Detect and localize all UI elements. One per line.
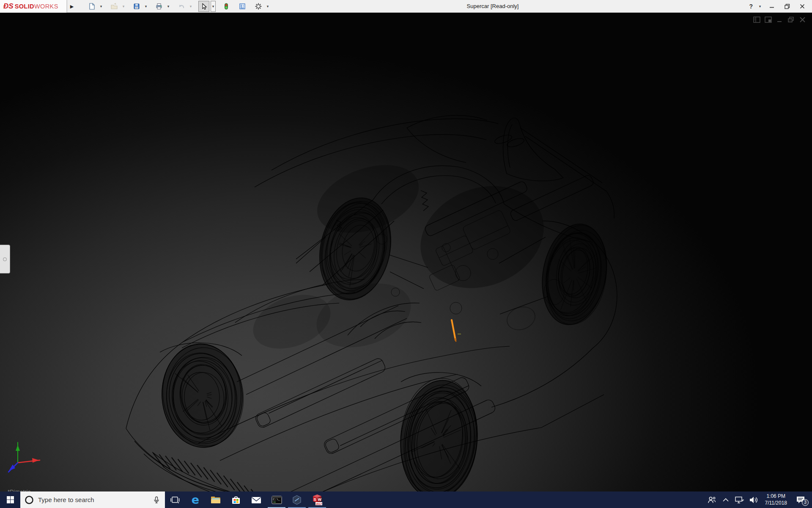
- cortana-icon: [25, 495, 34, 505]
- people-icon: [707, 495, 716, 505]
- doc-close-icon[interactable]: [799, 17, 806, 23]
- date-label: 7/11/2018: [765, 500, 787, 507]
- new-file-dropdown[interactable]: ▾: [99, 1, 104, 12]
- property-list-icon: [239, 3, 246, 10]
- notification-badge: 3: [802, 499, 809, 506]
- options-button[interactable]: [253, 1, 264, 12]
- brand-solid: SOLID: [15, 3, 34, 10]
- select-tool-dropdown[interactable]: ▾: [211, 1, 216, 12]
- microphone-icon[interactable]: [152, 495, 161, 505]
- save-dropdown[interactable]: ▾: [143, 1, 148, 12]
- display-pane-button[interactable]: [237, 1, 248, 12]
- restore-button[interactable]: [782, 1, 793, 12]
- shadow-masses: [246, 152, 559, 359]
- svg-text:C:\_: C:\_: [273, 498, 280, 501]
- print-dropdown[interactable]: ▾: [166, 1, 171, 12]
- front-intake-hatch: [152, 452, 269, 491]
- document-title: Supercar [Read-only]: [467, 0, 519, 13]
- taskbar-app-mail[interactable]: [246, 491, 266, 508]
- gear-icon: [255, 3, 262, 10]
- minimize-button[interactable]: [766, 1, 777, 12]
- task-view-button[interactable]: [165, 491, 185, 508]
- svg-text:S: S: [314, 497, 316, 502]
- doc-restore-icon[interactable]: [787, 17, 795, 23]
- brand-works: WORKS: [34, 3, 58, 10]
- help-button[interactable]: ?: [748, 3, 754, 10]
- people-button[interactable]: [707, 495, 717, 505]
- print-button[interactable]: [154, 1, 165, 12]
- time-label: 1:06 PM: [765, 493, 787, 500]
- titlebar: ÐS SOLIDWORKS ▶ ▾ ▾ ▾ ▾ ▾: [0, 0, 812, 13]
- store-icon: [231, 495, 241, 505]
- task-view-icon: [170, 496, 180, 504]
- windows-taskbar: e C:\_ S W 2017: [0, 491, 812, 508]
- window-controls: ? ▾: [748, 0, 808, 13]
- quick-toolbar: ▾ ▾ ▾ ▾ ▾ ▾: [86, 0, 270, 13]
- search-input[interactable]: [38, 496, 148, 503]
- new-file-icon: [88, 3, 96, 10]
- new-file-button[interactable]: [86, 1, 97, 12]
- minimize-icon: [769, 4, 774, 9]
- edge-icon: e: [192, 495, 199, 505]
- network-icon: [735, 495, 745, 505]
- speaker-icon: [749, 495, 759, 505]
- taskbar-search[interactable]: [20, 491, 165, 508]
- system-tray: 1:06 PM 7/11/2018 3: [707, 491, 812, 508]
- options-dropdown[interactable]: ▾: [265, 1, 270, 12]
- toolbar-flyout-icon[interactable]: ▶: [68, 0, 76, 13]
- print-icon: [155, 3, 163, 10]
- start-button[interactable]: [0, 491, 20, 508]
- pane-left-icon[interactable]: [753, 17, 760, 23]
- taskbar-app-file-explorer[interactable]: [206, 491, 226, 508]
- volume-button[interactable]: [749, 495, 759, 505]
- svg-text:2017: 2017: [316, 502, 322, 505]
- action-center-button[interactable]: 3: [793, 494, 808, 506]
- side-panel-tab[interactable]: [0, 245, 10, 273]
- undo-button[interactable]: [176, 1, 187, 12]
- save-button[interactable]: [131, 1, 142, 12]
- tab-handle-icon: [3, 257, 7, 261]
- show-hidden-icons-button[interactable]: [721, 495, 731, 505]
- help-dropdown[interactable]: ▾: [758, 1, 762, 12]
- restore-icon: [785, 4, 790, 9]
- select-tool-button[interactable]: [198, 1, 209, 12]
- undo-icon: [178, 3, 185, 10]
- supercar-wireframe-model[interactable]: [0, 13, 812, 491]
- save-icon: [133, 3, 140, 10]
- taskbar-app-store[interactable]: [226, 491, 246, 508]
- edrawings-hexagon-icon: [292, 495, 302, 505]
- taskbar-app-solidworks[interactable]: S W 2017: [307, 491, 327, 508]
- pane-right-icon[interactable]: [765, 17, 772, 23]
- svg-text:W: W: [318, 497, 322, 502]
- open-file-icon: [110, 3, 118, 10]
- file-explorer-icon: [211, 495, 221, 505]
- clock[interactable]: 1:06 PM 7/11/2018: [763, 493, 790, 506]
- wheel-scribbles: [159, 191, 615, 491]
- solidworks-logo: ÐS SOLIDWORKS: [0, 0, 67, 13]
- selected-edge[interactable]: [452, 320, 461, 341]
- document-window-controls: [753, 17, 806, 23]
- taskbar-app-edrawings[interactable]: [287, 491, 307, 508]
- network-button[interactable]: [735, 495, 745, 505]
- chevron-up-icon: [722, 497, 729, 503]
- interrupt-button[interactable]: [221, 1, 232, 12]
- open-file-dropdown[interactable]: ▾: [121, 1, 126, 12]
- desktop: ÐS SOLIDWORKS ▶ ▾ ▾ ▾ ▾ ▾: [0, 0, 812, 508]
- windows-logo-icon: [7, 496, 14, 503]
- undo-dropdown[interactable]: ▾: [188, 1, 193, 12]
- command-prompt-icon: C:\_: [272, 496, 282, 504]
- cursor-icon: [200, 3, 208, 10]
- ds-logo-icon: ÐS: [3, 2, 14, 11]
- mail-icon: [251, 496, 261, 504]
- close-icon: [800, 4, 805, 9]
- solidworks-2017-icon: S W 2017: [312, 494, 323, 505]
- open-file-button[interactable]: [109, 1, 120, 12]
- close-button[interactable]: [797, 1, 808, 12]
- orientation-triad: [3, 436, 44, 480]
- traffic-light-icon: [222, 3, 230, 10]
- doc-minimize-icon[interactable]: [776, 17, 783, 23]
- taskbar-app-edge[interactable]: e: [185, 491, 206, 508]
- taskbar-app-command-prompt[interactable]: C:\_: [266, 491, 287, 508]
- graphics-area[interactable]: *Dimetric: [0, 13, 812, 491]
